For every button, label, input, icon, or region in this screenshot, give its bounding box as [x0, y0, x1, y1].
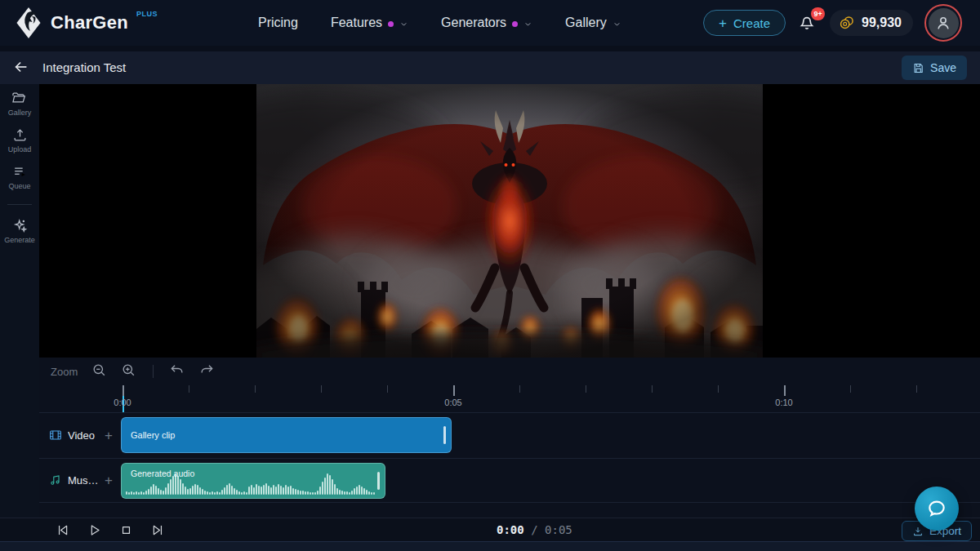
waveform-bar [148, 489, 149, 495]
undo-button[interactable] [168, 362, 186, 380]
waveform-bar [280, 486, 282, 495]
zoom-out-button[interactable] [91, 362, 109, 380]
zoom-out-icon [91, 362, 108, 379]
sidebar-divider [7, 204, 32, 205]
zoom-in-icon [121, 362, 137, 379]
new-feature-dot [388, 21, 394, 27]
back-button[interactable] [11, 58, 31, 78]
waveform-bar [366, 490, 368, 495]
stop-button[interactable] [118, 522, 134, 539]
nav-label: Pricing [258, 16, 298, 30]
timeline-ruler[interactable]: 0:000:050:10 [39, 385, 980, 412]
waveform-bar [207, 491, 208, 495]
top-nav: CharGen PLUS PricingFeaturesGeneratorsGa… [0, 0, 980, 46]
waveform-bar [371, 492, 372, 495]
track-lane[interactable]: Generated audio [121, 459, 980, 503]
track-lane[interactable]: Gallery clip [121, 413, 980, 458]
waveform-bar [354, 488, 355, 495]
ruler-label: 0:00 [114, 398, 131, 407]
create-button[interactable]: + Create [703, 10, 786, 36]
nav-item-pricing[interactable]: Pricing [258, 16, 298, 30]
waveform-bar [258, 486, 260, 495]
timeline-panel: Zoom [39, 358, 980, 518]
header-actions: + Create 9+ 99,930 [703, 0, 962, 46]
track-header: Video+ [39, 413, 121, 458]
save-icon [912, 62, 924, 74]
play-icon [87, 522, 102, 538]
ruler-tick [453, 385, 455, 396]
waveform-bar [295, 489, 296, 495]
audio-clip[interactable]: Generated audio [121, 463, 385, 499]
waveform-bar [128, 492, 130, 495]
skip-end-button[interactable] [149, 522, 166, 539]
waveform-bar [209, 492, 211, 495]
sidebar-item-gallery[interactable]: Gallery [8, 91, 32, 117]
sidebar-item-upload[interactable]: Upload [8, 127, 32, 153]
redo-button[interactable] [198, 362, 216, 380]
avatar-inner [929, 8, 959, 38]
sidebar-item-generate[interactable]: Generate [4, 218, 35, 244]
brand-name[interactable]: CharGen [51, 7, 128, 39]
sidebar: GalleryUploadQueueGenerate [0, 84, 39, 540]
video-clip[interactable]: Gallery clip [121, 417, 452, 453]
waveform-bar [136, 491, 137, 495]
waveform-bar [246, 492, 247, 495]
waveform-bar [140, 491, 142, 495]
nav-item-gallery[interactable]: Gallery [565, 16, 621, 30]
waveform-bar [256, 484, 257, 495]
playback-controls [54, 518, 166, 542]
waveform-bar [238, 491, 240, 495]
credits-value: 99,930 [862, 16, 902, 30]
waveform-bar [324, 478, 326, 495]
waveform-bar [363, 488, 365, 495]
waveform-bar [189, 488, 191, 495]
video-frame[interactable] [256, 84, 763, 358]
audio-waveform [126, 473, 376, 495]
waveform-bar [329, 475, 331, 495]
nav-item-features[interactable]: Features [331, 16, 408, 30]
play-button[interactable] [86, 522, 102, 539]
clip-trim-handle[interactable] [377, 472, 380, 490]
nav-item-generators[interactable]: Generators [441, 16, 532, 30]
project-title: Integration Test [42, 60, 126, 74]
waveform-bar [243, 491, 245, 495]
credits-pill[interactable]: 99,930 [830, 10, 913, 36]
ruler-tick [718, 385, 719, 393]
waveform-bar [312, 492, 314, 495]
ruler-tick [652, 385, 653, 393]
app: CharGen PLUS PricingFeaturesGeneratorsGa… [0, 0, 980, 551]
waveform-bar [248, 487, 250, 495]
zoom-in-button[interactable] [120, 362, 138, 380]
waveform-bar [261, 487, 262, 495]
clip-trim-handle[interactable] [443, 426, 446, 444]
waveform-bar [160, 490, 162, 495]
save-button[interactable]: Save [902, 56, 967, 80]
waveform-bar [163, 491, 164, 495]
chevron-down-icon [612, 20, 621, 29]
waveform-bar [287, 487, 289, 495]
project-toolbar: Integration Test Save [0, 51, 980, 84]
notifications-button[interactable]: 9+ [797, 12, 818, 33]
coin-icon [838, 14, 856, 32]
waveform-bar [351, 491, 353, 495]
skip-start-button[interactable] [54, 522, 70, 539]
avatar[interactable] [924, 4, 962, 42]
sidebar-item-queue[interactable]: Queue [8, 164, 30, 190]
chat-button[interactable] [915, 487, 959, 531]
waveform-bar [332, 479, 333, 495]
track-row-video: Video+Gallery clip [39, 412, 980, 458]
waveform-bar [322, 482, 323, 495]
waveform-bar [131, 491, 132, 495]
add-clip-button[interactable]: + [105, 473, 113, 487]
brand[interactable]: CharGen PLUS [15, 7, 158, 39]
waveform-bar [221, 490, 223, 495]
track-row-audio: Music ...+Generated audio [39, 458, 980, 504]
add-clip-button[interactable]: + [105, 429, 113, 442]
waveform-bar [126, 491, 127, 495]
waveform-bar [253, 487, 255, 495]
waveform-bar [158, 488, 159, 495]
sidebar-item-label: Generate [4, 236, 35, 244]
waveform-bar [275, 487, 277, 495]
total-time: 0:05 [545, 523, 572, 536]
plan-badge: PLUS [136, 10, 158, 18]
